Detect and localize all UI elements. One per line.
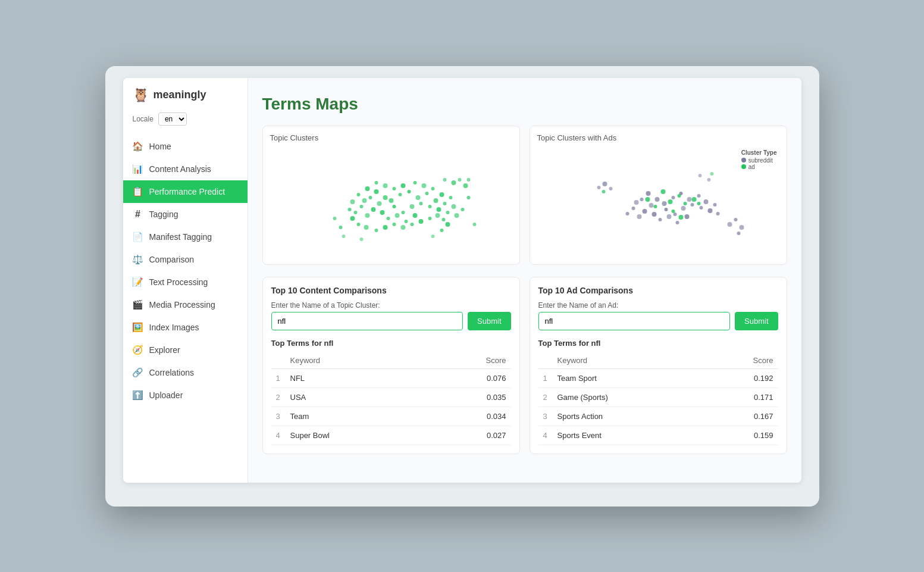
svg-point-38: [365, 186, 369, 191]
subreddit-label: subreddit: [748, 157, 773, 164]
svg-point-59: [472, 223, 476, 226]
legend-ad: ad: [741, 164, 777, 170]
svg-point-12: [409, 204, 414, 209]
sidebar-item-home[interactable]: 🏠 Home: [123, 135, 248, 158]
svg-point-22: [371, 207, 375, 212]
manifest-icon: 📄: [133, 232, 143, 242]
table-row: 4 Super Bowl 0.027: [271, 426, 511, 445]
sidebar-item-correlations[interactable]: 🔗 Correlations: [123, 361, 248, 384]
svg-point-30: [439, 192, 444, 197]
content-submit-button[interactable]: Submit: [468, 312, 510, 330]
sidebar-item-content-analysis[interactable]: 📊 Content Analysis: [123, 158, 248, 180]
svg-point-4: [415, 195, 420, 200]
svg-point-87: [699, 206, 703, 210]
svg-point-7: [392, 205, 396, 208]
ad-rank-header: [538, 352, 553, 369]
content-terms-table: Keyword Score 1 NFL 0.076 2 USA 0.035 3 …: [271, 352, 511, 445]
svg-point-52: [435, 213, 440, 218]
legend-subreddit: subreddit: [741, 157, 777, 164]
topic-clusters-chart: Topic Clusters: [262, 126, 520, 265]
svg-point-76: [703, 199, 708, 204]
rank-cell: 1: [271, 368, 286, 387]
logo-text: meaningly: [154, 89, 206, 101]
rank-cell: 1: [538, 368, 553, 387]
clipboard-icon: 📋: [133, 186, 143, 197]
sidebar-item-label: Text Processing: [149, 277, 208, 287]
svg-point-104: [645, 197, 650, 202]
rank-header: [271, 352, 286, 369]
text-icon: 📝: [133, 277, 143, 287]
svg-point-47: [392, 223, 396, 226]
svg-point-35: [392, 187, 396, 190]
svg-point-94: [637, 214, 641, 219]
ad-search-input[interactable]: [538, 312, 731, 330]
svg-point-45: [374, 229, 378, 232]
svg-point-26: [412, 213, 417, 218]
svg-point-14: [380, 210, 384, 215]
sidebar-item-manifest-tagging[interactable]: 📄 Manifest Tagging: [123, 226, 248, 248]
svg-point-100: [660, 189, 665, 194]
svg-point-56: [454, 213, 459, 218]
svg-point-50: [418, 219, 423, 224]
upload-icon: ⬆️: [133, 390, 143, 401]
locale-label: Locale: [133, 115, 154, 123]
locale-select[interactable]: en fr de es: [158, 112, 187, 126]
svg-point-70: [662, 201, 666, 206]
score-cell: 0.035: [426, 387, 511, 407]
svg-point-64: [431, 235, 434, 238]
rank-cell: 2: [271, 387, 286, 407]
subreddit-dot: [741, 158, 746, 162]
svg-point-24: [365, 213, 369, 218]
score-cell: 0.027: [426, 426, 511, 445]
ad-dot: [741, 164, 746, 169]
svg-point-82: [681, 206, 685, 211]
sidebar-item-text-processing[interactable]: 📝 Text Processing: [123, 271, 248, 293]
comparison-icon: ⚖️: [133, 254, 143, 265]
svg-point-55: [440, 229, 443, 232]
table-row: 2 USA 0.035: [271, 387, 511, 407]
table-row: 1 NFL 0.076: [271, 368, 511, 387]
svg-point-93: [625, 212, 629, 215]
content-comparisons-panel: Top 10 Content Comparisons Enter the Nam…: [262, 277, 520, 454]
sidebar-item-label: Content Analysis: [149, 164, 211, 174]
svg-point-101: [683, 202, 687, 205]
locale-area: Locale en fr de es: [123, 112, 248, 135]
svg-point-71: [671, 196, 675, 199]
sidebar-item-explorer[interactable]: 🧭 Explorer: [123, 339, 248, 361]
svg-point-10: [374, 189, 378, 194]
svg-point-98: [668, 199, 672, 204]
content-input-label: Enter the Name of a Topic Cluster:: [271, 301, 511, 310]
svg-point-69: [466, 178, 470, 182]
svg-point-40: [350, 199, 355, 204]
keyword-cell: NFL: [286, 368, 426, 387]
sidebar-item-performance-predict[interactable]: 📋 Performance Predict: [123, 180, 248, 203]
sidebar-item-index-images[interactable]: 🖼️ Index Images: [123, 316, 248, 339]
svg-point-57: [461, 208, 464, 211]
content-search-input[interactable]: [271, 312, 463, 330]
svg-point-113: [734, 218, 737, 221]
rank-cell: 3: [271, 407, 286, 426]
sidebar-item-label: Uploader: [149, 390, 183, 400]
hash-icon: #: [133, 209, 143, 220]
svg-point-27: [446, 211, 449, 214]
table-row: 4 Sports Event 0.159: [538, 426, 778, 445]
bottom-row: Top 10 Content Comparisons Enter the Nam…: [262, 277, 787, 454]
correlations-icon: 🔗: [133, 367, 143, 378]
svg-point-53: [441, 218, 445, 221]
home-icon: 🏠: [133, 141, 143, 152]
svg-point-19: [443, 202, 446, 205]
svg-point-74: [687, 197, 691, 202]
sidebar-item-media-processing[interactable]: 🎬 Media Processing: [123, 293, 248, 316]
keyword-cell: Team: [286, 407, 426, 426]
sidebar-item-comparison[interactable]: ⚖️ Comparison: [123, 248, 248, 271]
svg-point-78: [649, 203, 653, 208]
svg-point-5: [425, 192, 428, 195]
svg-point-61: [333, 217, 336, 220]
legend-title: Cluster Type: [741, 149, 777, 156]
sidebar-item-label: Index Images: [149, 323, 199, 332]
sidebar-item-uploader[interactable]: ⬆️ Uploader: [123, 384, 248, 407]
content-input-row: Submit: [271, 312, 511, 330]
sidebar-item-tagging[interactable]: # Tagging: [123, 203, 248, 226]
ad-submit-button[interactable]: Submit: [735, 312, 778, 330]
svg-point-65: [443, 178, 446, 182]
